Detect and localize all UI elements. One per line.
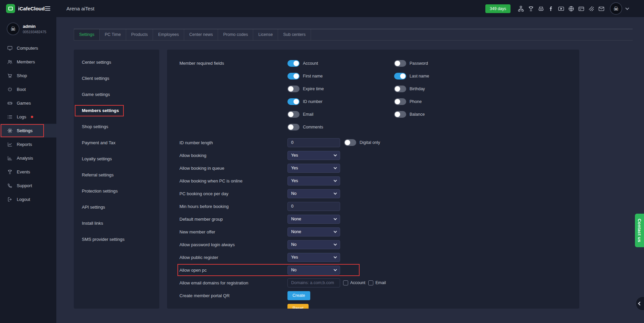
- field-label: Allow password login always: [179, 242, 287, 247]
- license-days-badge[interactable]: 349 days: [485, 4, 511, 13]
- reviews-icon[interactable]: [588, 5, 595, 12]
- birthday-toggle[interactable]: [394, 86, 406, 92]
- sidebar-item-logs[interactable]: Logs: [0, 110, 56, 124]
- settings-nav-protection-settings[interactable]: Protection settings: [74, 183, 159, 199]
- toggle-knob: [395, 99, 400, 104]
- default-member-group-select[interactable]: None: [287, 215, 340, 224]
- min-hours-before-booking-input[interactable]: [287, 202, 340, 211]
- sidebar-item-boot[interactable]: Boot: [0, 83, 56, 96]
- trophy-icon[interactable]: [528, 5, 534, 12]
- sidebar-item-settings[interactable]: Settings: [0, 124, 56, 138]
- tab-promo-codes[interactable]: Promo codes: [218, 29, 253, 40]
- toggle-label: ID number: [303, 99, 322, 104]
- contact-us-button[interactable]: Contact us: [635, 214, 644, 247]
- sidebar-item-logout[interactable]: Logout: [0, 193, 56, 206]
- settings-nav-api-settings[interactable]: API settings: [74, 199, 159, 215]
- toggle-label: Email: [303, 112, 313, 117]
- tab-sub-centers[interactable]: Sub centers: [278, 29, 311, 40]
- toggle-knob: [293, 99, 299, 104]
- sidebar-item-events[interactable]: Events: [0, 165, 56, 179]
- id-number-toggle[interactable]: [287, 98, 300, 105]
- chevron-down-icon[interactable]: [625, 6, 629, 10]
- tab-employees[interactable]: Employees: [153, 29, 184, 40]
- sidebar: ☠ admin 005193482475 ComputersMembersSho…: [0, 17, 56, 323]
- allow-booking-when-pc-is-online-select[interactable]: Yes: [287, 176, 340, 185]
- settings-nav-center-settings[interactable]: Center settings: [74, 54, 159, 70]
- tab-center-news[interactable]: Center news: [184, 29, 218, 40]
- tab-pc-time[interactable]: PC Time: [100, 29, 126, 40]
- field-label: New member offer: [179, 229, 287, 234]
- first-name-toggle[interactable]: [287, 73, 300, 79]
- new-member-offer-select[interactable]: None: [287, 227, 340, 236]
- settings-nav-client-settings[interactable]: Client settings: [74, 70, 159, 87]
- user-avatar[interactable]: ☠: [610, 2, 622, 15]
- sidebar-item-label: Games: [17, 101, 31, 106]
- topbar-right: 349 days ☠: [485, 2, 644, 15]
- nav-item-label: API settings: [82, 205, 105, 210]
- field-label: ID number length: [179, 140, 287, 145]
- mail-icon[interactable]: [598, 5, 605, 12]
- email-checkbox[interactable]: [368, 280, 373, 285]
- account-checkbox[interactable]: [343, 280, 348, 285]
- checkbox-label: Email: [375, 280, 386, 285]
- globe-icon[interactable]: [568, 5, 575, 12]
- sidebar-item-computers[interactable]: Computers: [0, 41, 56, 55]
- comments-toggle[interactable]: [287, 124, 300, 130]
- account-toggle[interactable]: [287, 60, 300, 67]
- brand[interactable]: iCafeCloud: [0, 4, 40, 13]
- tab-settings[interactable]: Settings: [74, 29, 100, 40]
- allow-booking-select[interactable]: Yes: [287, 151, 340, 160]
- expire-time-toggle[interactable]: [287, 86, 300, 92]
- tab-license[interactable]: License: [253, 29, 278, 40]
- sidebar-item-support[interactable]: Support: [0, 179, 56, 193]
- hamburger-menu-icon[interactable]: [43, 4, 52, 13]
- id-number-length-input[interactable]: [287, 138, 340, 147]
- sidebar-item-analysis[interactable]: Analysis: [0, 151, 56, 165]
- settings-nav-install-links[interactable]: Install links: [74, 215, 159, 231]
- allow-public-register-select[interactable]: Yes: [287, 253, 340, 262]
- facebook-icon[interactable]: [548, 5, 554, 12]
- center-title: Arena aiTest: [66, 6, 94, 11]
- brand-name: iCafeCloud: [18, 6, 45, 11]
- field-label: Member required fields: [179, 57, 287, 133]
- last-name-toggle[interactable]: [394, 73, 406, 79]
- create-button[interactable]: Create: [287, 291, 310, 300]
- allow-open-pc-select[interactable]: No: [287, 266, 340, 275]
- phone-toggle-row: Phone: [394, 95, 429, 108]
- email-toggle[interactable]: [287, 111, 300, 118]
- youtube-icon[interactable]: [558, 5, 565, 12]
- allow-email-domains-for-registration-input[interactable]: [287, 278, 340, 287]
- phone-toggle[interactable]: [394, 98, 406, 105]
- balance-toggle[interactable]: [394, 111, 406, 118]
- sidebar-item-label: Boot: [17, 87, 26, 92]
- settings-nav-sms-provider-settings[interactable]: SMS provider settings: [74, 231, 159, 248]
- allow-password-login-always-select[interactable]: No: [287, 240, 340, 249]
- toggle-label: Password: [410, 61, 428, 66]
- billing-icon[interactable]: [578, 5, 585, 12]
- settings-nav-payment-and-tax[interactable]: Payment and Tax: [74, 135, 159, 151]
- sidebar-item-games[interactable]: Games: [0, 96, 56, 110]
- settings-nav-game-settings[interactable]: Game settings: [74, 87, 159, 103]
- field-label: Allow email domains for registration: [179, 280, 287, 285]
- settings-nav-shop-settings[interactable]: Shop settings: [74, 119, 159, 135]
- settings-nav-members-settings[interactable]: Members settings: [74, 103, 159, 119]
- sidebar-item-shop[interactable]: Shop: [0, 69, 56, 83]
- sitemap-icon[interactable]: [518, 5, 524, 12]
- toggle-label: Comments: [303, 125, 323, 129]
- tab-products[interactable]: Products: [126, 29, 153, 40]
- select-value: Yes: [291, 166, 298, 170]
- nav-item-label: Center settings: [82, 60, 111, 65]
- sidebar-item-reports[interactable]: Reports: [0, 138, 56, 151]
- reset-button[interactable]: Reset: [287, 304, 309, 309]
- expire-time-toggle-row: Expire time: [287, 83, 394, 95]
- settings-nav-loyalty-settings[interactable]: Loyalty settings: [74, 151, 159, 167]
- settings-nav-referral-settings[interactable]: Referral settings: [74, 167, 159, 183]
- topbar: iCafeCloud Arena aiTest 349 days ☠: [0, 0, 644, 17]
- chevron-down-icon: [334, 243, 337, 246]
- password-toggle[interactable]: [394, 60, 406, 67]
- digital-only-toggle[interactable]: [344, 139, 356, 146]
- allow-booking-in-queue-select[interactable]: Yes: [287, 164, 340, 173]
- pc-booking-once-per-day-select[interactable]: No: [287, 189, 340, 198]
- sidebar-item-members[interactable]: Members: [0, 55, 56, 69]
- discord-icon[interactable]: [538, 5, 544, 12]
